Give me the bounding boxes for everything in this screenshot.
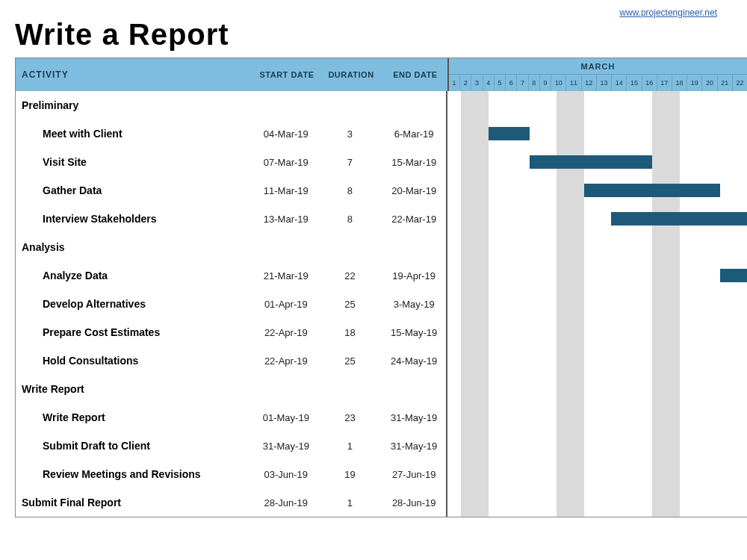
duration-cell: 25 <box>318 355 382 367</box>
end-cell: 24-May-19 <box>382 355 446 367</box>
col-start-header-label: START DATE <box>259 70 314 79</box>
activity-cell: Develop Alternatives <box>16 298 254 310</box>
start-cell: 07-Mar-19 <box>254 157 318 168</box>
activity-cell: Preliminary <box>16 99 254 111</box>
day-header-cell: 17 <box>657 75 672 91</box>
day-header-cell: 4 <box>483 75 494 91</box>
end-cell: 15-Mar-19 <box>382 157 446 168</box>
start-cell: 01-May-19 <box>254 412 318 423</box>
gantt-sheet: ACTIVITY START DATE DURATION END DATE MA… <box>15 57 747 517</box>
source-link[interactable]: www.projectengineer.net <box>619 7 717 18</box>
day-header-cell: 3 <box>471 75 482 91</box>
end-cell: 31-May-19 <box>382 441 446 452</box>
col-start-header: START DATE <box>255 58 319 91</box>
gantt-column <box>447 91 747 517</box>
end-cell: 28-Jun-19 <box>382 497 446 508</box>
end-cell: 3-May-19 <box>382 299 446 310</box>
table-row: Submit Final Report28-Jun-19128-Jun-19 <box>16 488 446 517</box>
gantt-bar <box>584 184 721 197</box>
col-end-header: END DATE <box>383 58 447 91</box>
duration-cell: 7 <box>318 157 382 168</box>
gantt-bar <box>611 212 747 225</box>
activity-cell: Visit Site <box>16 156 254 168</box>
day-header-cell: 20 <box>701 75 716 91</box>
table-row: Analyze Data21-Mar-192219-Apr-19 <box>16 261 446 290</box>
activity-cell: Hold Consultations <box>16 355 254 367</box>
day-header-cell: 15 <box>626 75 641 91</box>
duration-cell: 1 <box>318 497 382 508</box>
table-row: Preliminary <box>16 91 446 119</box>
start-cell: 28-Jun-19 <box>254 497 318 508</box>
day-header-cell: 18 <box>672 75 686 91</box>
end-cell: 6-Mar-19 <box>382 128 446 140</box>
activity-cell: Gather Data <box>16 184 254 196</box>
gantt-day-row: 12345678910111213141516171819202122 <box>449 75 747 91</box>
table-row: Review Meetings and Revisions03-Jun-1919… <box>16 460 446 488</box>
day-header-cell: 21 <box>717 75 732 91</box>
duration-cell: 8 <box>318 214 382 225</box>
col-duration-header: DURATION <box>319 58 383 91</box>
start-cell: 22-Apr-19 <box>254 355 318 367</box>
start-cell: 11-Mar-19 <box>254 185 318 196</box>
day-header-cell: 13 <box>596 75 611 91</box>
duration-cell: 19 <box>318 469 382 480</box>
duration-cell: 1 <box>318 441 382 452</box>
day-header-cell: 6 <box>505 75 516 91</box>
day-header-cell: 2 <box>459 75 471 91</box>
end-cell: 20-Mar-19 <box>382 185 446 196</box>
activity-cell: Write Report <box>16 411 254 423</box>
gantt-bar <box>530 155 652 169</box>
table-column: PreliminaryMeet with Client04-Mar-1936-M… <box>16 91 447 517</box>
day-header-cell: 9 <box>539 75 551 91</box>
end-cell: 15-May-19 <box>382 327 446 338</box>
start-cell: 13-Mar-19 <box>254 214 318 225</box>
activity-cell: Meet with Client <box>16 128 254 140</box>
activity-cell: Analysis <box>16 241 254 253</box>
table-row: Write Report <box>16 375 446 403</box>
day-header-cell: 12 <box>581 75 596 91</box>
day-header-cell: 19 <box>686 75 701 91</box>
start-cell: 01-Apr-19 <box>254 299 318 310</box>
gantt-bar <box>720 269 747 282</box>
table-row: Analysis <box>16 233 446 261</box>
end-cell: 19-Apr-19 <box>382 270 446 281</box>
day-header-cell: 14 <box>611 75 626 91</box>
weekend-stripe <box>652 91 680 517</box>
start-cell: 22-Apr-19 <box>254 327 318 338</box>
day-header-cell: 8 <box>528 75 539 91</box>
duration-cell: 23 <box>318 412 382 423</box>
activity-cell: Submit Final Report <box>16 497 254 508</box>
duration-cell: 25 <box>318 299 382 310</box>
table-row: Develop Alternatives01-Apr-19253-May-19 <box>16 290 446 318</box>
col-end-header-label: END DATE <box>393 70 437 79</box>
day-header-cell: 10 <box>551 75 565 91</box>
table-row: Submit Draft to Client31-May-19131-May-1… <box>16 432 446 460</box>
table-row: Prepare Cost Estimates22-Apr-191815-May-… <box>16 318 446 346</box>
duration-cell: 22 <box>318 270 382 281</box>
end-cell: 22-Mar-19 <box>382 214 446 225</box>
day-header-cell: 22 <box>732 75 747 91</box>
gantt-bar <box>489 127 530 140</box>
table-row: Interview Stakeholders13-Mar-19822-Mar-1… <box>16 205 446 233</box>
day-header-cell: 1 <box>449 75 459 91</box>
start-cell: 31-May-19 <box>254 441 318 452</box>
day-header-cell: 16 <box>642 75 657 91</box>
table-row: Write Report01-May-192331-May-19 <box>16 403 446 432</box>
gantt-header: MARCH 1234567891011121314151617181920212… <box>447 58 747 91</box>
start-cell: 04-Mar-19 <box>254 128 318 140</box>
table-row: Hold Consultations22-Apr-192524-May-19 <box>16 346 446 375</box>
duration-cell: 18 <box>318 327 382 338</box>
end-cell: 27-Jun-19 <box>382 469 446 480</box>
day-header-cell: 5 <box>494 75 505 91</box>
duration-cell: 8 <box>318 185 382 196</box>
duration-cell: 3 <box>318 128 382 140</box>
col-activity-header: ACTIVITY <box>16 58 255 91</box>
table-row: Visit Site07-Mar-19715-Mar-19 <box>16 148 446 176</box>
day-header-cell: 7 <box>516 75 527 91</box>
activity-cell: Review Meetings and Revisions <box>16 468 254 480</box>
page-title: Write a Report <box>15 18 747 52</box>
weekend-stripe <box>461 91 489 517</box>
start-cell: 21-Mar-19 <box>254 270 318 281</box>
activity-cell: Interview Stakeholders <box>16 213 254 225</box>
day-header-cell: 11 <box>565 75 580 91</box>
